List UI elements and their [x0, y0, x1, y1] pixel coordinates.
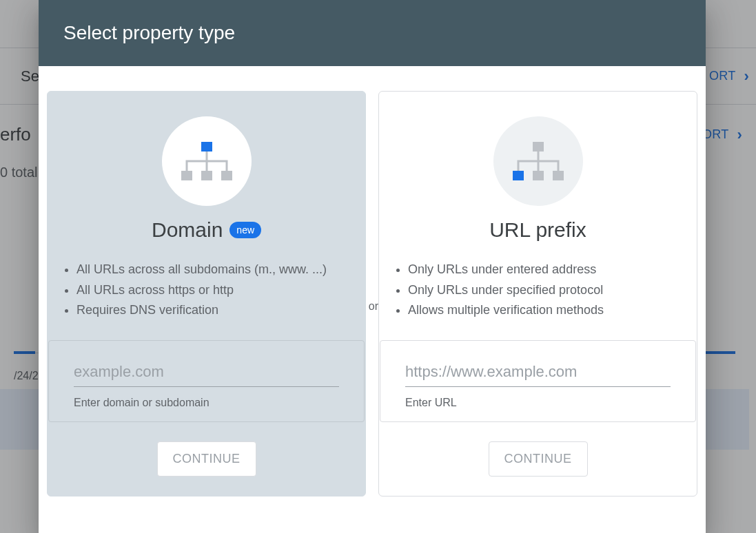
svg-rect-4: [533, 142, 544, 151]
new-badge: new: [229, 222, 261, 238]
domain-bullets: All URLs across all subdomains (m., www.…: [48, 260, 365, 321]
url-prefix-diagram-icon: [493, 116, 583, 206]
svg-rect-7: [553, 171, 564, 180]
domain-card-title: Domain: [152, 218, 223, 242]
svg-rect-0: [201, 142, 212, 151]
domain-property-card[interactable]: Domain new All URLs across all subdomain…: [47, 91, 366, 497]
url-prefix-input[interactable]: [405, 360, 671, 387]
url-prefix-property-card[interactable]: URL prefix Only URLs under entered addre…: [378, 91, 697, 497]
svg-rect-3: [221, 171, 232, 180]
dialog-title: Select property type: [63, 22, 235, 44]
domain-continue-button[interactable]: CONTINUE: [157, 441, 256, 477]
svg-rect-2: [201, 171, 212, 180]
or-separator: or: [369, 300, 378, 313]
url-prefix-card-title: URL prefix: [489, 218, 586, 242]
dialog-header: Select property type: [39, 0, 706, 66]
url-prefix-continue-button[interactable]: CONTINUE: [489, 441, 588, 477]
svg-rect-6: [533, 171, 544, 180]
url-prefix-input-container: Enter URL: [380, 340, 696, 422]
svg-rect-1: [181, 171, 192, 180]
domain-helper-text: Enter domain or subdomain: [74, 397, 339, 409]
url-prefix-bullets: Only URLs under entered address Only URL…: [379, 260, 697, 321]
url-prefix-helper-text: Enter URL: [405, 397, 671, 409]
svg-rect-5: [513, 171, 524, 180]
select-property-type-dialog: Select property type or Domain new All U…: [39, 0, 706, 533]
domain-input-container: Enter domain or subdomain: [48, 340, 365, 422]
domain-diagram-icon: [162, 116, 252, 206]
domain-input[interactable]: [74, 360, 339, 387]
